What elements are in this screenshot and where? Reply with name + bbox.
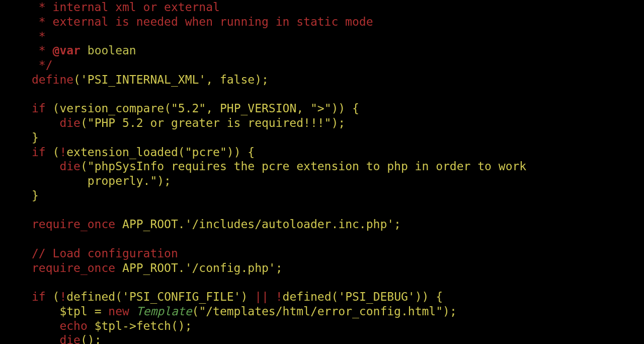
code-line: die("phpSysInfo requires the pcre extens… [32, 160, 526, 173]
code-line: if (version_compare("5.2", PHP_VERSION, … [32, 102, 359, 115]
code-line: die("PHP 5.2 or greater is required!!!")… [32, 116, 345, 129]
comment-line: */ [32, 58, 53, 72]
code-line: } [32, 131, 39, 144]
code-line: die(); [32, 333, 101, 344]
comment-line: * external is needed when running in sta… [32, 15, 373, 28]
code-line: define('PSI_INTERNAL_XML', false); [32, 73, 269, 86]
blank-line [32, 203, 39, 217]
comment-line: * internal xml or external [32, 1, 220, 14]
comment-line: * [32, 30, 46, 43]
code-line: echo $tpl->fetch(); [32, 319, 192, 332]
code-line: require_once APP_ROOT.'/includes/autoloa… [32, 218, 401, 231]
code-line: $tpl = new Template("/templates/html/err… [32, 305, 457, 318]
blank-line [32, 232, 39, 245]
code-line: properly."); [32, 174, 171, 187]
comment-line: * @var boolean [32, 44, 136, 57]
blank-line [32, 88, 39, 101]
code-line: require_once APP_ROOT.'/config.php'; [32, 261, 283, 274]
code-line: if (!defined('PSI_CONFIG_FILE') || !defi… [32, 290, 443, 303]
code-line: if (!extension_loaded("pcre")) { [32, 146, 255, 159]
blank-line [32, 276, 39, 289]
comment-line: // Load configuration [32, 247, 178, 260]
code-line: } [32, 189, 39, 202]
code-editor[interactable]: * internal xml or external * external is… [32, 0, 644, 344]
